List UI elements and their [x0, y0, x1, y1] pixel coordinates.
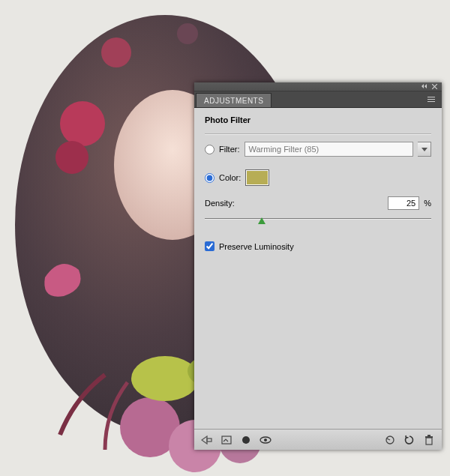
previous-state-icon[interactable] [383, 433, 397, 447]
color-radio[interactable] [205, 173, 214, 183]
preserve-label: Preserve Luminosity [219, 242, 294, 251]
svg-rect-11 [207, 439, 212, 442]
color-swatch[interactable] [245, 169, 269, 186]
reset-icon[interactable] [403, 433, 416, 447]
filter-label: Filter: [219, 145, 240, 154]
back-arrow-icon[interactable] [200, 433, 214, 447]
svg-point-2 [60, 101, 105, 146]
filter-dropdown-value: Warming Filter (85) [249, 145, 320, 154]
density-label: Density: [205, 199, 235, 208]
visibility-eye-icon[interactable] [259, 433, 272, 447]
svg-point-13 [242, 436, 250, 444]
density-slider[interactable] [205, 216, 431, 226]
svg-rect-19 [428, 435, 430, 436]
expand-view-icon[interactable] [220, 433, 233, 447]
collapse-icon[interactable] [420, 83, 428, 90]
svg-point-9 [131, 356, 199, 401]
svg-point-6 [120, 397, 180, 457]
panel-footer [194, 429, 442, 450]
filter-dropdown[interactable]: Warming Filter (85) [244, 142, 414, 157]
svg-point-4 [101, 37, 131, 67]
trash-icon[interactable] [422, 433, 436, 447]
panel-menu-icon[interactable] [425, 94, 437, 104]
svg-rect-18 [425, 436, 433, 438]
preserve-checkbox[interactable] [205, 241, 214, 251]
filter-dropdown-button[interactable] [418, 142, 431, 157]
panel-body: Photo Filter Filter: Warming Filter (85)… [194, 108, 442, 429]
adjustment-title: Photo Filter [205, 114, 431, 127]
svg-rect-17 [426, 438, 432, 445]
adjustments-panel: ADJUSTMENTS Photo Filter Filter: Warming… [194, 82, 442, 450]
close-icon[interactable] [430, 83, 439, 90]
clip-to-layer-icon[interactable] [239, 433, 253, 447]
svg-point-5 [177, 23, 198, 44]
tab-row: ADJUSTMENTS [194, 91, 442, 108]
divider [205, 133, 431, 135]
svg-point-3 [56, 141, 88, 174]
density-input[interactable] [388, 196, 419, 210]
color-row: Color: [205, 169, 431, 186]
preserve-row: Preserve Luminosity [205, 241, 431, 251]
density-unit: % [424, 199, 431, 208]
tab-adjustments[interactable]: ADJUSTMENTS [196, 93, 272, 107]
density-slider-thumb [258, 217, 266, 224]
density-row: Density: % [205, 196, 431, 210]
color-label: Color: [219, 173, 241, 182]
filter-row: Filter: Warming Filter (85) [205, 141, 431, 157]
filter-radio[interactable] [205, 145, 214, 154]
svg-point-15 [264, 439, 267, 442]
panel-titlebar [194, 82, 442, 91]
